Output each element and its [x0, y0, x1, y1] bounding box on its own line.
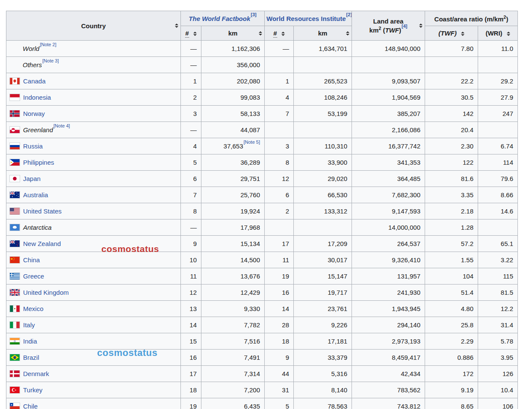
- ratio-twf-cell: 142: [425, 106, 478, 122]
- country-cell: United Kingdom: [6, 285, 181, 301]
- twf-rank-cell: 6: [181, 171, 201, 187]
- twf-km-cell: 36,289: [201, 154, 265, 171]
- country-cell: China: [6, 252, 181, 268]
- country-link[interactable]: Japan: [23, 175, 41, 182]
- ratio-wri-cell: 114: [478, 154, 518, 171]
- twf-km-cell: 17,968: [201, 219, 265, 236]
- sort-icon: [461, 32, 464, 36]
- land-area-cell: 2,166,086: [352, 122, 425, 138]
- country-link[interactable]: China: [23, 256, 40, 264]
- table-row: United Kingdom1212,4291619,717241,93051.…: [6, 285, 518, 301]
- col-header-country[interactable]: Country: [6, 11, 181, 41]
- twf-km-cell: 58,133: [201, 106, 265, 122]
- note-link[interactable]: [Note 2]: [40, 42, 56, 47]
- wri-km-cell: 265,523: [294, 73, 352, 89]
- wri-rank-cell: 44: [265, 366, 294, 382]
- country-link[interactable]: Others: [23, 61, 42, 68]
- flag-gr-icon: [9, 273, 20, 280]
- ratio-wri-cell: 31.4: [478, 317, 518, 333]
- ratio-twf-cell: 3.35: [425, 187, 478, 203]
- wri-rank-cell: [265, 57, 294, 73]
- ratio-wri-cell: 27.9: [478, 89, 518, 106]
- twf-km-cell: 13,676: [201, 268, 265, 285]
- wri-km-cell: 17,209: [294, 236, 352, 252]
- note-link[interactable]: [Note 3]: [42, 58, 59, 63]
- col-header-wri-km[interactable]: km: [294, 26, 352, 41]
- wri-km-cell: 78,563: [294, 398, 352, 409]
- land-area-cell: 8,459,417: [352, 350, 425, 366]
- col-header-twf-rank[interactable]: #: [181, 26, 201, 41]
- ratio-wri-cell: 106: [478, 398, 518, 409]
- twf-rank-cell: 14: [181, 317, 201, 333]
- country-link[interactable]: United States: [23, 207, 62, 215]
- world-resources-institute-link[interactable]: World Resources Institute: [266, 15, 346, 22]
- land-area-cell: 7,682,300: [352, 187, 425, 203]
- wri-km-cell: 53,199: [294, 106, 352, 122]
- wri-km-cell: 1,634,701: [294, 41, 352, 57]
- country-link[interactable]: Denmark: [23, 370, 49, 377]
- twf-km-cell: 15,134: [201, 236, 265, 252]
- country-link[interactable]: Australia: [23, 191, 48, 199]
- land-area-cell: 1,904,569: [352, 89, 425, 106]
- wri-km-cell: 33,379: [294, 350, 352, 366]
- country-cell: Italy: [6, 317, 181, 333]
- col-header-ratio-twf[interactable]: (TWF): [425, 26, 478, 41]
- world-resources-institute-ref-link[interactable]: [2]: [346, 12, 352, 17]
- country-link[interactable]: Norway: [23, 110, 45, 117]
- country-header-label: Country: [81, 22, 106, 30]
- country-link[interactable]: New Zealand: [23, 240, 61, 247]
- country-link[interactable]: Russia: [23, 142, 43, 150]
- land-area-cell: 264,537: [352, 236, 425, 252]
- twf-rank-cell: 2: [181, 89, 201, 106]
- country-link[interactable]: Mexico: [23, 305, 44, 312]
- country-cell: Indonesia: [6, 89, 181, 106]
- table-row: China1014,5001130,0179,326,4101.553.22: [6, 252, 518, 268]
- land-area-cell: 743,812: [352, 398, 425, 409]
- country-link[interactable]: Philippines: [23, 159, 54, 166]
- wri-km-cell: 23,761: [294, 301, 352, 317]
- wri-km-cell: [294, 57, 352, 73]
- ratio-twf-cell: 2.30: [425, 138, 478, 154]
- note-link[interactable]: [Note 4]: [53, 123, 70, 128]
- twf-rank-cell: 16: [181, 350, 201, 366]
- twf-rank-cell: 17: [181, 366, 201, 382]
- country-link[interactable]: Chile: [23, 403, 38, 409]
- country-link[interactable]: Turkey: [23, 386, 42, 394]
- ratio-twf-cell: 81.6: [425, 171, 478, 187]
- country-link[interactable]: Italy: [23, 321, 35, 329]
- col-header-land-area[interactable]: Land area km2 (TWF)[4]: [352, 11, 425, 41]
- land-area-cell: 294,140: [352, 317, 425, 333]
- page: Country The World Factbook[3] World Reso…: [0, 0, 532, 409]
- country-link[interactable]: Greenland: [23, 126, 53, 133]
- ratio-twf-cell: 25.8: [425, 317, 478, 333]
- country-link[interactable]: United Kingdom: [23, 289, 69, 296]
- land-area-cell: 2,973,193: [352, 333, 425, 350]
- ratio-twf-cell: 8.65: [425, 398, 478, 409]
- country-link[interactable]: Brazil: [23, 354, 39, 361]
- country-link[interactable]: India: [23, 338, 37, 345]
- col-group-world-resources-institute: World Resources Institute[2]: [265, 11, 352, 26]
- flag-us-icon: [9, 207, 20, 215]
- country-link[interactable]: Indonesia: [23, 94, 51, 101]
- twf-km-cell: 202,080: [201, 73, 265, 89]
- col-header-ratio-wri[interactable]: (WRI): [478, 26, 518, 41]
- country-link[interactable]: Canada: [23, 77, 46, 85]
- col-header-wri-rank[interactable]: #: [265, 26, 294, 41]
- col-header-twf-km[interactable]: km: [201, 26, 265, 41]
- ratio-wri-cell: 11.0: [478, 41, 518, 57]
- world-factbook-ref-link[interactable]: [3]: [251, 12, 256, 17]
- country-cell: World[Note 2]: [6, 41, 181, 57]
- wri-km-cell: [294, 122, 352, 138]
- wri-rank-cell: 7: [265, 106, 294, 122]
- world-factbook-link[interactable]: The World Factbook: [189, 15, 250, 22]
- land-area-cell: 9,147,593: [352, 203, 425, 219]
- note-link[interactable]: [Note 5]: [243, 139, 260, 145]
- ratio-twf-cell: 4.80: [425, 301, 478, 317]
- land-area-ref-link[interactable]: [4]: [402, 24, 407, 29]
- wri-rank-cell: 5: [265, 398, 294, 409]
- country-link[interactable]: Greece: [23, 273, 44, 280]
- country-link[interactable]: World: [23, 45, 39, 52]
- land-area-cell: 16,377,742: [352, 138, 425, 154]
- country-link[interactable]: Antarctica: [23, 224, 52, 231]
- table-row: Italy147,782289,226294,14025.831.4: [6, 317, 518, 333]
